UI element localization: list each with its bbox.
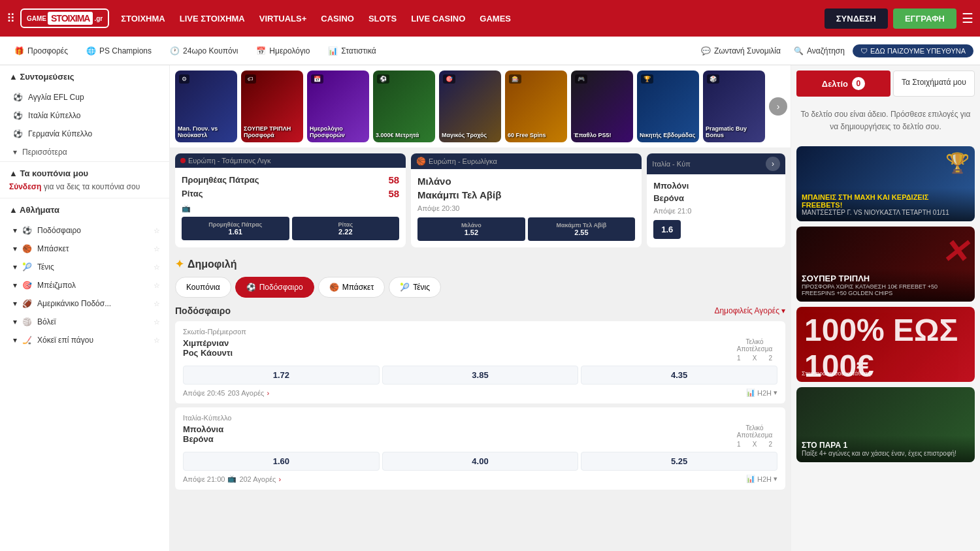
live-match-card-3: Ιταλία - Κύπ › Μπολόνι Βερόνα Απόψε 21:0… [647,153,785,247]
promo-card-nikitis[interactable]: 🏆 Νικητής Εβδομάδας [637,71,699,142]
ice-hockey-puck-icon: 🏒 [22,336,32,345]
tab-coupons[interactable]: Κουπόνια [175,277,231,298]
tab-football[interactable]: ⚽ Ποδόσφαιρο [235,277,314,298]
sec-nav-ps-champions[interactable]: 🌐 PS Champions [78,44,159,58]
sidebar-item-tennis[interactable]: ▾ 🎾 Τένις ☆ [0,258,169,276]
baseball-ball-icon: 🎯 [22,281,32,290]
nav-live-casino[interactable]: LIVE CASINO [404,8,472,29]
popular-markets-link[interactable]: Δημοφιλείς Αγορές ▾ [714,306,785,315]
promo-card-pragmatic[interactable]: 🎲 Pragmatic Buy Bonus [703,71,765,142]
betslip-empty-text: Το δελτίο σου είναι άδειο. Πρόσθεσε επιλ… [796,103,975,138]
sidebar-item-ice-hockey[interactable]: ▾ 🏒 Χόκεϊ επί πάγου ☆ [0,331,169,349]
betslip-tabs: Δελτίο 0 Τα Στοιχήματά μου [796,71,975,97]
sidebar-item-am-football[interactable]: ▾ 🏈 Αμερικάνικο Ποδόσ... ☆ [0,294,169,313]
promo-card-magic-wheel[interactable]: 🎯 Μαγικός Τροχός [439,71,501,142]
responsible-gaming-button[interactable]: 🛡 ΕΔΩ ΠΑΙΖΟΥΜΕ ΥΠΕΥΘΥΝΑ [853,44,973,57]
my-coupons-login-prompt: Σύνδεση για να δεις τα κουπόνια σου [9,182,160,191]
tennis-ball-icon: 🎾 [22,262,32,272]
bar-chart-icon-2: 📊 [746,475,755,483]
sec-nav-calendar[interactable]: 📅 Ημερολόγιο [248,44,318,58]
tennis-toggle-icon: ▾ [13,262,17,272]
ps-champions-icon: 🌐 [86,46,96,55]
match1-odd1-button[interactable]: Προμηθέας Πάτρας 1.61 [182,217,289,240]
volleyball-ball-icon: 🏐 [22,317,32,326]
nav-casino[interactable]: CASINO [314,8,361,29]
logo[interactable]: GAME STOIXIMA .gr [20,8,109,28]
banner-para1[interactable]: ΣΤΟ ΠΑΡΑ 1 Παίξε 4+ αγώνες και αν χάσεις… [796,387,975,462]
banner-ps-champions[interactable]: ΜΠΑΙΝΕΙΣ ΣΤΗ ΜΑΧΗ ΚΑΙ ΚΕΡΔΙΖΕΙΣ FREEBETS… [796,146,975,221]
promo-card-ps5[interactable]: 🎮 Έπαθλο PS5! [571,71,633,142]
grid-icon[interactable]: ⠿ [7,11,15,25]
betslip-tab-active[interactable]: Δελτίο 0 [796,71,890,97]
sec-nav-stats[interactable]: 📊 Στατιστικά [320,44,384,58]
nav-virtuals[interactable]: VIRTUALS+ [253,8,314,29]
nav-slots[interactable]: SLOTS [362,8,403,29]
my-coupons-header[interactable]: ▲ Τα κουπόνια μου [9,168,160,178]
banner-100[interactable]: Στην πρώτη σου κατάθεση! 100% ΕΩΣ 100€ [796,307,975,382]
am-football-ball-icon: 🏈 [22,299,32,308]
match-row2-h2h[interactable]: 📊 H2H ▾ [746,475,777,483]
match-row2-oddX[interactable]: 4.00 [382,452,579,471]
match-row2-odd2[interactable]: 5.25 [581,452,777,471]
carousel-next-arrow[interactable]: › [769,97,787,116]
sidebar-item-baseball[interactable]: ▾ 🎯 Μπέιζμπολ ☆ [0,276,169,294]
match1-odds: Προμηθέας Πάτρας 1.61 Ρίτας 2.22 [182,217,399,240]
betslip-tab-my-bets[interactable]: Τα Στοιχήματά μου [893,71,975,97]
bar-chart-icon: 📊 [746,388,755,397]
promo-card-free-spins[interactable]: 🎰 60 Free Spins [505,71,567,142]
sec-nav-coupon24[interactable]: 🕐 24ωρο Κουπόνι [162,44,246,58]
match-row1-odd2[interactable]: 4.35 [581,366,777,385]
sidebar: ▲ Συντομεύσεις ⚽ Αγγλία EFL Cup ⚽ Ιταλία… [0,65,170,551]
tennis-star-icon: ☆ [154,263,160,272]
sidebar-item-germany[interactable]: ⚽ Γερμανία Κύπελλο [0,125,169,143]
nav-right: ΣΥΝΔΕΣΗ ΕΓΓΡΑΦΗ ☰ [825,8,973,29]
register-button[interactable]: ΕΓΓΡΑΦΗ [893,8,956,29]
promo-card-metrita[interactable]: ⚽ 3.000€ Μετρητά [373,71,435,142]
hamburger-icon[interactable]: ☰ [962,10,973,26]
search-button[interactable]: 🔍 Αναζήτηση [789,44,850,58]
promo-card-ps-champs[interactable]: ⚙ Man. Γιουν. vs Νιούκαστλ [175,71,237,142]
sports-section: ▲ Αθλήματα ▾ ⚽ Ποδόσφαιρο ☆ ▾ 🏀 Μπάσκετ … [0,198,169,349]
match-row1-odd1[interactable]: 1.72 [183,366,380,385]
banner-super-triple[interactable]: ΣΟΥΠΕΡ ΤΡΙΠΛΗ ΠΡΟΣΦΟΡΑ ΧΩΡΙΣ ΚΑΤΑΘΕΣΗ 10… [796,227,975,302]
match2-odds: Μιλάνο 1.52 Μακάμπι Τελ Αβίβ 2.55 [417,217,635,241]
popular-tabs: Κουπόνια ⚽ Ποδόσφαιρο 🏀 Μπάσκετ 🎾 Τένις [175,277,785,298]
match-row2-markets-arrow[interactable]: › [278,475,281,483]
match-row1-header-x: Χ [747,354,761,362]
tab-football-icon: ⚽ [246,283,256,292]
promo-card-offer[interactable]: 📅 Ημερολόγιο Προσφορών [307,71,369,142]
sidebar-item-basketball[interactable]: ▾ 🏀 Μπάσκετ ☆ [0,240,169,258]
login-link[interactable]: Σύνδεση [9,182,41,191]
match1-odd2-button[interactable]: Ρίτας 2.22 [292,217,400,240]
am-football-star-icon: ☆ [154,300,160,308]
sidebar-item-italy[interactable]: ⚽ Ιταλία Κύπελλο [0,106,169,125]
match2-odd2-button[interactable]: Μακάμπι Τελ Αβίβ 2.55 [528,217,636,241]
match-row2-odd1[interactable]: 1.60 [183,452,380,471]
login-button[interactable]: ΣΥΝΔΕΣΗ [825,8,888,29]
match-row1-markets-arrow[interactable]: › [267,389,269,397]
match2-odd1-button[interactable]: Μιλάνο 1.52 [417,217,525,241]
match3-odd-button[interactable]: 1.6 [653,220,681,239]
sidebar-more[interactable]: ▾ Περισσότερα [0,143,169,161]
match3-next-arrow[interactable]: › [766,157,780,171]
tab-tennis[interactable]: 🎾 Τένις [389,277,441,298]
nav-live[interactable]: LIVE ΣΤΟΙΧΗΜΑ [173,8,252,29]
sidebar-item-england[interactable]: ⚽ Αγγλία EFL Cup [0,88,169,106]
promo-card-super-triple[interactable]: 🏷 ΣΟΥΠΕΡ ΤΡΙΠΛΗ Προσφορά [241,71,303,142]
shortcuts-header[interactable]: ▲ Συντομεύσεις [0,65,169,88]
match-row1-header-1: 1 [732,354,745,362]
am-football-toggle-icon: ▾ [13,299,17,308]
match-row1-h2h[interactable]: 📊 H2H ▾ [746,388,777,397]
nav-games[interactable]: GAMES [473,8,517,29]
sidebar-item-football[interactable]: ▾ ⚽ Ποδόσφαιρο ☆ [0,221,169,240]
my-coupons-section: ▲ Τα κουπόνια μου Σύνδεση για να δεις τα… [0,162,169,198]
h2h-chevron-icon: ▾ [774,388,777,397]
sidebar-item-volleyball[interactable]: ▾ 🏐 Βόλεϊ ☆ [0,313,169,331]
betslip-badge: 0 [852,77,865,90]
live-chat-button[interactable]: 💬 Ζωντανή Συνομιλία [696,44,786,58]
match-row1-oddX[interactable]: 3.85 [382,366,579,385]
sec-nav-offers[interactable]: 🎁 Προσφορές [7,44,76,58]
nav-stoixima[interactable]: ΣΤΟΙΧΗΜΑ [114,8,172,29]
tab-basketball[interactable]: 🏀 Μπάσκετ [318,277,385,298]
sports-header[interactable]: ▲ Αθλήματα [0,198,169,221]
